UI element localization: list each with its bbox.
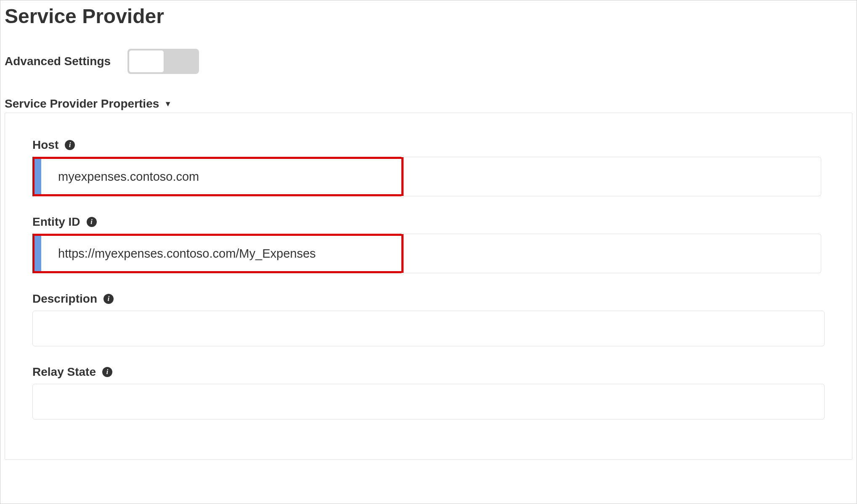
input-accent xyxy=(34,236,41,271)
info-icon[interactable]: i xyxy=(65,140,75,150)
description-input[interactable] xyxy=(32,311,825,346)
description-field-group: Description i xyxy=(32,292,825,346)
entity-id-field-group: Entity ID i xyxy=(32,215,825,273)
host-input[interactable] xyxy=(41,159,401,194)
relay-state-label: Relay State xyxy=(32,365,96,379)
input-extension xyxy=(401,157,821,196)
description-input-wrapper xyxy=(32,311,825,346)
relay-state-input[interactable] xyxy=(32,384,825,420)
input-extension xyxy=(401,234,821,273)
relay-state-field-group: Relay State i xyxy=(32,365,825,420)
advanced-settings-label: Advanced Settings xyxy=(5,55,111,68)
service-provider-properties-header[interactable]: Service Provider Properties ▼ xyxy=(5,97,852,111)
entity-id-input-wrapper xyxy=(32,234,403,273)
advanced-settings-row: Advanced Settings xyxy=(5,49,852,74)
info-icon[interactable]: i xyxy=(102,367,112,377)
host-input-wrapper xyxy=(32,157,403,196)
description-label: Description xyxy=(32,292,97,306)
toggle-handle xyxy=(129,50,164,73)
page-title: Service Provider xyxy=(5,5,852,28)
info-icon[interactable]: i xyxy=(103,294,114,304)
advanced-settings-toggle[interactable] xyxy=(127,49,199,74)
input-accent xyxy=(34,159,41,194)
section-title: Service Provider Properties xyxy=(5,97,159,111)
host-field-group: Host i xyxy=(32,138,825,196)
host-label: Host xyxy=(32,138,58,152)
caret-down-icon: ▼ xyxy=(164,100,172,108)
entity-id-label: Entity ID xyxy=(32,215,80,229)
relay-state-input-wrapper xyxy=(32,384,825,420)
properties-panel: Host i Entity ID i Description i xyxy=(5,113,852,460)
entity-id-input[interactable] xyxy=(41,236,401,271)
info-icon[interactable]: i xyxy=(87,217,97,227)
